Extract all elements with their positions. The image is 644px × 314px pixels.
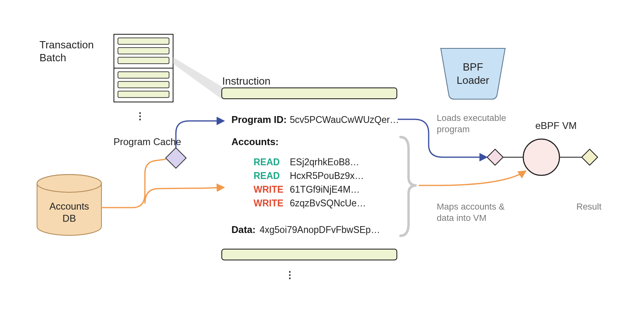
loads-exec-label: Loads executable [437,113,506,123]
program-id-label: Program ID: [231,114,287,125]
arrow-db-to-cache [101,159,166,208]
svg-text:Loader: Loader [457,74,489,86]
program-id-value: 5cv5PCWauCwWUzQer… [290,114,399,125]
transaction-batch-label: Transaction Batch [39,39,94,64]
svg-rect-3 [118,38,169,44]
transaction-batch-stack [114,34,173,102]
accounts-label: Accounts: [231,136,279,147]
vm-input-diamond [487,149,503,165]
svg-text:Accounts: Accounts [50,201,89,212]
loads-exec-label-2: program [437,124,470,134]
svg-rect-8 [118,81,169,88]
maps-label: Maps accounts & [437,202,505,212]
svg-text:BPF: BPF [463,61,483,73]
svg-text:Transaction: Transaction [39,39,94,51]
instruction-bar-top [222,88,397,99]
svg-text:DB: DB [62,213,76,224]
accounts-db: Accounts DB [37,175,101,235]
account-key: HcxR5PouBz9x… [290,171,364,181]
svg-rect-4 [118,48,169,54]
svg-point-11 [37,175,101,192]
arrow-cache-to-programid [176,121,223,148]
program-cache-label: Program Cache [114,136,181,147]
svg-rect-5 [118,57,169,64]
account-key: ESj2qrhkEoB8… [290,157,359,167]
svg-rect-18 [582,149,598,165]
accounts-list: READ ESj2qrhkEoB8… READ HcxR5PouBz9x… WR… [254,157,366,208]
svg-rect-7 [118,72,169,78]
svg-rect-9 [118,91,169,98]
data-value: 4xg5oi79AnopDFvFbwSEp… [260,225,380,235]
arrow-db-to-accounts [145,187,223,204]
svg-rect-17 [487,149,503,165]
instruction-label: Instruction [222,75,270,87]
svg-text:Batch: Batch [39,52,66,64]
maps-label-2: data into VM [437,213,487,223]
result-label: Result [576,202,601,212]
svg-rect-14 [166,148,186,168]
bpf-loader: BPF Loader [441,48,505,99]
ebpf-vm-label: eBPF VM [535,120,577,131]
account-key: 61TGf9iNjE4M… [290,184,360,195]
arrow-accounts-to-vm [419,171,525,185]
account-mode: READ [254,171,280,181]
program-cache-diamond [166,148,186,168]
ellipsis-icon: ⋮ [285,269,295,280]
ellipsis-icon: ⋮ [135,110,145,121]
brace-icon [400,137,417,236]
data-label: Data: [231,224,256,235]
account-mode: READ [254,157,280,167]
account-mode: WRITE [254,184,283,195]
instruction-bar-bottom [222,249,397,260]
ebpf-vm-circle [523,139,559,175]
expand-fan [173,57,222,99]
account-key: 6zqzBvSQNcUe… [290,198,366,208]
result-diamond [582,149,598,165]
account-mode: WRITE [254,198,283,208]
